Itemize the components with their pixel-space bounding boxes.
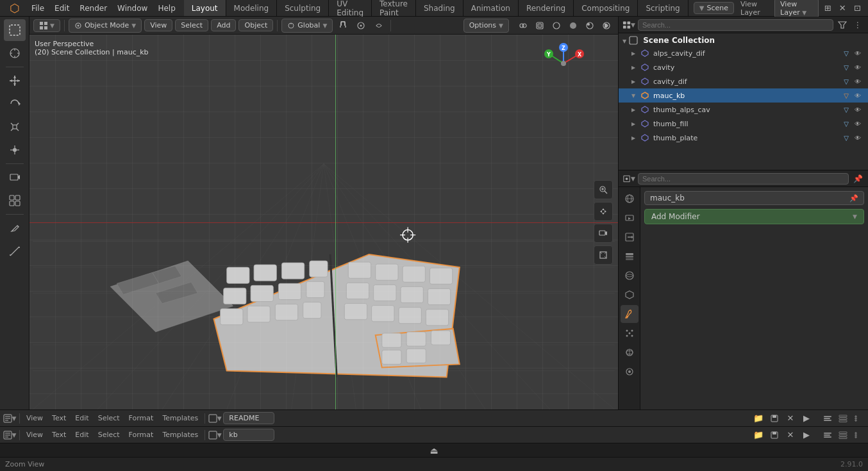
viewport-overlay-icon[interactable] — [515, 18, 531, 33]
nav-zoom-in[interactable] — [594, 180, 613, 199]
bb2-close-icon[interactable]: ✕ — [783, 428, 797, 442]
bb1-select[interactable]: Select — [94, 413, 124, 424]
eye-alps[interactable]: 👁 — [853, 48, 863, 58]
prop-icon-render[interactable] — [621, 209, 638, 227]
xray-toggle-icon[interactable] — [532, 18, 547, 33]
nav-camera[interactable] — [594, 224, 613, 243]
bb1-play-icon[interactable]: ▶ — [799, 411, 814, 426]
bb2-editor-type[interactable]: ▼ — [3, 428, 17, 442]
scene-selector[interactable]: ▼ Scene — [694, 2, 734, 14]
bb2-numbers-icon[interactable] — [851, 428, 865, 442]
bb2-select[interactable]: Select — [94, 429, 124, 440]
bb1-save-icon[interactable] — [767, 411, 781, 426]
top-maximize-icon[interactable]: ⊡ — [852, 1, 863, 16]
outliner-search[interactable] — [638, 19, 833, 31]
tab-compositing[interactable]: Compositing — [574, 0, 638, 16]
eye-thumb-alps[interactable]: 👁 — [853, 104, 863, 115]
bb1-text[interactable]: Text — [48, 413, 70, 424]
nav-orthographic[interactable] — [594, 245, 613, 265]
bb1-folder-icon[interactable]: 📁 — [751, 411, 765, 426]
outliner-options[interactable]: ⋮ — [851, 19, 864, 31]
menu-window[interactable]: Window — [113, 3, 152, 14]
bb2-folder-icon[interactable]: 📁 — [751, 428, 765, 442]
bb2-play-icon[interactable]: ▶ — [799, 428, 814, 442]
scene-collection-header[interactable]: Scene Collection — [619, 35, 868, 46]
proportional-connected-icon[interactable] — [371, 18, 387, 33]
snap-magnet-icon[interactable] — [335, 18, 351, 33]
menu-file[interactable]: File — [27, 3, 49, 14]
add-modifier-button[interactable]: Add Modifier ▼ — [644, 209, 864, 224]
viewport-add-menu[interactable]: Add — [211, 19, 236, 31]
tab-shading[interactable]: Shading — [416, 0, 463, 16]
shading-wire[interactable] — [549, 18, 564, 33]
axes-widget[interactable]: Z X Y — [541, 41, 586, 86]
viewport-canvas[interactable]: User Perspective (20) Scene Collection |… — [29, 35, 618, 409]
tab-animation[interactable]: Animation — [463, 0, 519, 16]
menu-render[interactable]: Render — [75, 3, 112, 14]
funnel-cavity-dif[interactable]: ▽ — [841, 76, 851, 87]
funnel-thumb-alps[interactable]: ▽ — [841, 104, 851, 115]
prop-icon-particles[interactable] — [621, 324, 638, 342]
tree-item-cavity-dif[interactable]: cavity_dif ▽ 👁 — [619, 74, 868, 88]
properties-pin[interactable]: 📌 — [851, 172, 864, 185]
tab-rendering[interactable]: Rendering — [519, 0, 574, 16]
shading-material[interactable] — [582, 18, 597, 33]
tree-item-cavity[interactable]: cavity ▽ 👁 — [619, 60, 868, 74]
usb-icon[interactable]: ⏏ — [427, 443, 441, 458]
mode-selector[interactable]: Object Mode ▼ — [69, 19, 142, 33]
tool-cursor[interactable] — [4, 42, 26, 64]
menu-edit[interactable]: Edit — [50, 3, 74, 14]
tab-layout[interactable]: Layout — [184, 0, 226, 16]
bb1-view[interactable]: View — [22, 413, 47, 424]
properties-editor-type[interactable]: ▼ — [622, 172, 635, 185]
outliner-filter[interactable] — [836, 19, 849, 31]
eye-mauc-kb[interactable]: 👁 — [853, 90, 863, 101]
tool-select[interactable] — [4, 19, 26, 41]
top-filter-icon[interactable]: ⊞ — [822, 1, 833, 16]
bb1-edit[interactable]: Edit — [71, 413, 92, 424]
prop-icon-output[interactable] — [621, 228, 638, 246]
object-name-field[interactable]: mauc_kb 📌 — [644, 191, 864, 205]
prop-icon-world[interactable] — [621, 267, 638, 285]
menu-help[interactable]: Help — [153, 3, 179, 14]
tree-item-alps-cavity-dif[interactable]: alps_cavity_dif ▽ 👁 — [619, 46, 868, 60]
options-button[interactable]: Options ▼ — [463, 19, 509, 33]
top-close-icon[interactable]: ✕ — [837, 1, 848, 16]
tree-item-thumb-plate[interactable]: thumb_plate ▽ 👁 — [619, 131, 868, 145]
tree-item-thumb-alps-cav[interactable]: thumb_alps_cav ▽ 👁 — [619, 103, 868, 117]
bb2-edit[interactable]: Edit — [71, 429, 92, 440]
editor-type-selector[interactable]: ▼ — [33, 19, 60, 32]
tool-camera-view[interactable] — [4, 167, 26, 188]
bb1-numbers-icon[interactable] — [851, 411, 865, 426]
bb1-editor-type[interactable]: ▼ — [3, 411, 17, 426]
viewport-select-menu[interactable]: Select — [175, 19, 208, 31]
view-layer-selector[interactable]: View Layer ▼ — [774, 0, 819, 19]
tool-scale[interactable] — [4, 116, 26, 138]
bb2-format[interactable]: Format — [125, 429, 158, 440]
prop-icon-constraints[interactable] — [621, 363, 638, 381]
bb1-close-icon[interactable]: ✕ — [783, 411, 797, 426]
funnel-cavity[interactable]: ▽ — [841, 62, 851, 72]
bb2-text[interactable]: Text — [48, 429, 70, 440]
tab-uv-editing[interactable]: UV Editing — [329, 0, 372, 16]
bb1-format[interactable]: Format — [125, 413, 158, 424]
proportional-edit-icon[interactable] — [353, 18, 369, 33]
tool-move[interactable] — [4, 70, 26, 92]
prop-icon-physics[interactable] — [621, 343, 638, 361]
tool-quad-view[interactable] — [4, 190, 26, 211]
tab-sculpting[interactable]: Sculpting — [277, 0, 329, 16]
tab-texture-paint[interactable]: Texture Paint — [372, 0, 416, 16]
shading-rendered[interactable] — [599, 18, 614, 33]
eye-cavity-dif[interactable]: 👁 — [853, 76, 863, 87]
viewport-view-menu[interactable]: View — [144, 19, 172, 31]
bb2-filename[interactable]: kb — [223, 429, 274, 441]
bb2-save-icon[interactable] — [767, 428, 781, 442]
tab-scripting[interactable]: Scripting — [638, 0, 688, 16]
transform-orientation[interactable]: Global ▼ — [281, 19, 333, 33]
tab-modeling[interactable]: Modeling — [226, 0, 278, 16]
tree-item-thumb-fill[interactable]: thumb_fill ▽ 👁 — [619, 117, 868, 131]
funnel-mauc-kb[interactable]: ▽ — [841, 90, 851, 101]
tool-transform[interactable] — [4, 139, 26, 161]
nav-pan[interactable] — [594, 202, 613, 221]
eye-cavity[interactable]: 👁 — [853, 62, 863, 72]
